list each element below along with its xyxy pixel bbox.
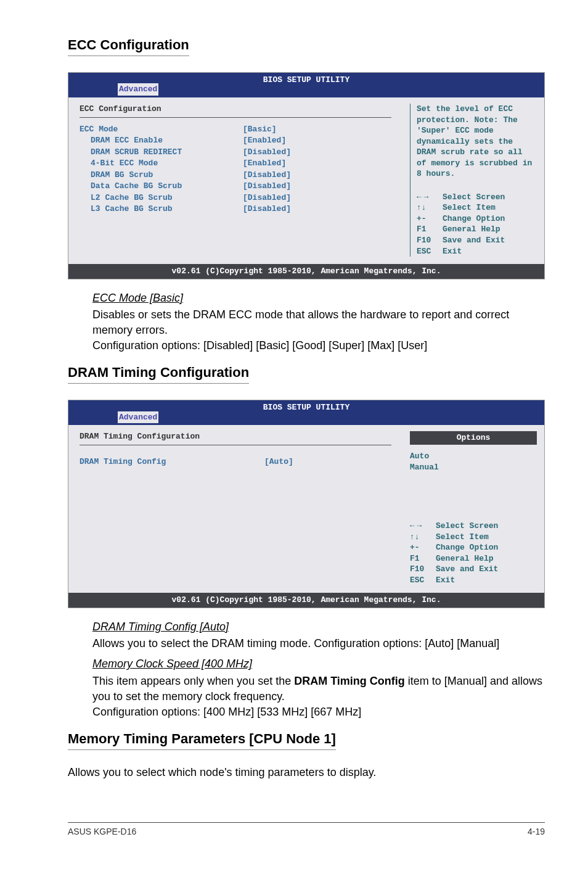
divider [80,445,391,445]
nav-save-exit: Save and Exit [436,564,498,575]
setting-row[interactable]: ECC Mode [Basic] [80,124,391,135]
page-content: ECC Configuration BIOS SETUP UTILITY Adv… [0,0,588,855]
bios-header: BIOS SETUP UTILITY Advanced [68,400,544,425]
setting-row[interactable]: Data Cache BG Scrub [Disabled] [80,181,391,192]
nav-select-item: Select Item [436,532,489,543]
setting-value: [Enabled] [243,158,286,169]
section-heading-wrap: ECC Configuration [68,37,545,64]
bios-subheading: DRAM Timing Configuration [80,431,391,442]
nav-key-f1: F1 [410,553,436,564]
dram-description: DRAM Timing Config [Auto] Allows you to … [92,619,545,720]
dram-config-heading: DRAM Timing Config [Auto] [92,619,545,635]
nav-key-f1: F1 [417,224,443,235]
dram-line1: Allows you to select the DRAM timing mod… [92,636,545,651]
footer-right: 4-19 [528,827,545,836]
setting-row[interactable]: L3 Cache BG Scrub [Disabled] [80,204,391,215]
setting-value: [Basic] [243,124,277,135]
setting-label: DRAM BG Scrub [80,170,243,181]
bios-header: BIOS SETUP UTILITY Advanced [68,73,544,97]
dram-l2b: DRAM Timing Config [294,675,405,687]
section-heading-memtiming: Memory Timing Parameters [CPU Node 1] [68,731,336,750]
bios-panel-dram: BIOS SETUP UTILITY Advanced DRAM Timing … [68,400,545,608]
dram-l2a: This item appears only when you set the [92,675,294,687]
setting-label: DRAM Timing Config [80,456,264,468]
dram-line2: This item appears only when you set the … [92,674,545,704]
arrow-ud-icon [417,202,443,213]
help-text: Set the level of ECC protection. Note: T… [417,104,537,179]
bios-tab-advanced[interactable]: Advanced [118,411,158,424]
bios-right-inner: Set the level of ECC protection. Note: T… [410,104,537,257]
setting-label: L3 Cache BG Scrub [80,204,243,215]
setting-label: 4-Bit ECC Mode [80,158,243,169]
nav-general-help: General Help [436,553,494,564]
setting-row[interactable]: DRAM SCRUB REDIRECT [Disabled] [80,147,391,158]
nav-hints: Select Screen Select Item +-Change Optio… [410,521,537,585]
nav-key-plusminus: +- [410,542,436,553]
nav-exit: Exit [436,575,455,586]
section-heading-wrap: Memory Timing Parameters [CPU Node 1] [68,731,545,757]
nav-change-option: Change Option [436,542,498,553]
setting-row[interactable]: L2 Cache BG Scrub [Disabled] [80,192,391,204]
setting-row[interactable]: DRAM BG Scrub [Disabled] [80,170,391,181]
bios-right-pane: Set the level of ECC protection. Note: T… [402,97,544,264]
option-auto[interactable]: Auto [410,451,537,462]
setting-value: [Disabled] [243,192,291,204]
setting-label: L2 Cache BG Scrub [80,192,243,204]
setting-label: Data Cache BG Scrub [80,181,243,192]
setting-label: DRAM ECC Enable [80,135,243,146]
arrow-lr-icon [410,521,436,532]
setting-row[interactable]: 4-Bit ECC Mode [Enabled] [80,158,391,169]
nav-select-item: Select Item [443,202,496,213]
setting-row[interactable]: DRAM Timing Config [Auto] [80,456,391,468]
bios-right-pane: Options Auto Manual Select Screen Select… [402,425,544,593]
nav-change-option: Change Option [443,213,505,225]
dram-line3: Configuration options: [400 MHz] [533 MH… [92,704,545,720]
spacer [410,472,537,508]
bios-subheading: ECC Configuration [80,104,391,115]
footer-left: ASUS KGPE-D16 [68,827,136,836]
ecc-description: ECC Mode [Basic] Disables or sets the DR… [92,291,545,354]
nav-key-f10: F10 [410,564,436,575]
setting-value: [Disabled] [243,147,291,158]
nav-select-screen: Select Screen [436,521,498,532]
ecc-line1: Disables or sets the DRAM ECC mode that … [92,307,545,338]
nav-key-esc: ESC [417,246,443,257]
ecc-line2: Configuration options: [Disabled] [Basic… [92,338,545,353]
nav-key-plusminus: +- [417,213,443,225]
option-manual[interactable]: Manual [410,462,537,473]
bios-right-inner: Options Auto Manual Select Screen Select… [410,431,537,585]
bios-left-pane: DRAM Timing Configuration DRAM Timing Co… [68,425,402,593]
nav-key-f10: F10 [417,235,443,246]
bios-left-pane: ECC Configuration ECC Mode [Basic] DRAM … [68,97,402,264]
memtiming-body: Allows you to select which node's timing… [68,766,545,779]
nav-hints: Select Screen Select Item +-Change Optio… [417,192,537,257]
bios-footer: v02.61 (C)Copyright 1985-2010, American … [68,264,544,279]
bios-body: ECC Configuration ECC Mode [Basic] DRAM … [68,97,544,264]
bios-body: DRAM Timing Configuration DRAM Timing Co… [68,425,544,593]
nav-key-esc: ESC [410,575,436,586]
options-header: Options [410,431,537,445]
ecc-mode-heading: ECC Mode [Basic] [92,291,545,306]
arrow-lr-icon [417,192,443,203]
section-heading-wrap: DRAM Timing Configuration [68,365,545,391]
bios-footer: v02.61 (C)Copyright 1985-2010, American … [68,593,544,608]
setting-value: [Disabled] [243,181,291,192]
nav-select-screen: Select Screen [443,192,505,203]
bios-tab-advanced[interactable]: Advanced [118,83,158,96]
setting-value: [Enabled] [243,135,286,146]
section-heading-ecc: ECC Configuration [68,37,189,56]
nav-save-exit: Save and Exit [443,235,505,246]
setting-value: [Auto] [264,456,293,468]
page-footer: ASUS KGPE-D16 4-19 [68,822,545,836]
setting-label: ECC Mode [80,124,243,135]
divider [80,117,391,118]
section-heading-dram: DRAM Timing Configuration [68,365,249,384]
setting-value: [Disabled] [243,170,291,181]
arrow-ud-icon [410,532,436,543]
nav-exit: Exit [443,246,462,257]
setting-label: DRAM SCRUB REDIRECT [80,147,243,158]
bios-panel-ecc: BIOS SETUP UTILITY Advanced ECC Configur… [68,72,545,279]
memory-clock-heading: Memory Clock Speed [400 MHz] [92,656,545,672]
setting-row[interactable]: DRAM ECC Enable [Enabled] [80,135,391,146]
nav-general-help: General Help [443,224,500,235]
